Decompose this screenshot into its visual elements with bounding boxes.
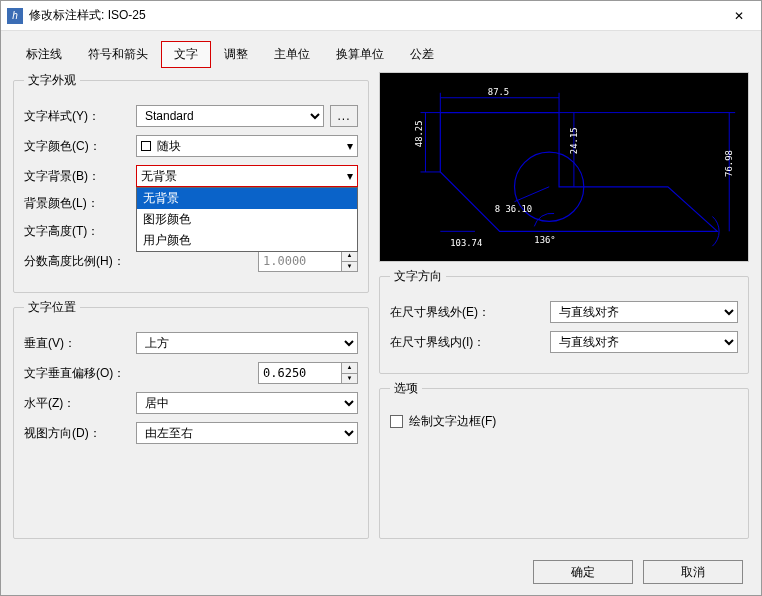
- dialog-window: h 修改标注样式: ISO-25 ✕ 标注线 符号和箭头 文字 调整 主单位 换…: [0, 0, 762, 596]
- label-outside: 在尺寸界线外(E)：: [390, 304, 550, 321]
- legend-direction: 文字方向: [390, 268, 446, 285]
- window-title: 修改标注样式: ISO-25: [29, 7, 716, 24]
- select-inside[interactable]: 与直线对齐: [550, 331, 738, 353]
- dropdown-list-bg: 无背景 图形颜色 用户颜色: [136, 187, 358, 252]
- checkbox-box-icon: [390, 415, 403, 428]
- tab-alternate[interactable]: 换算单位: [323, 41, 397, 68]
- checkbox-frame[interactable]: 绘制文字边框(F): [390, 413, 502, 430]
- select-horizontal[interactable]: 居中: [136, 392, 358, 414]
- byblock-swatch-icon: [141, 141, 151, 151]
- close-button[interactable]: ✕: [716, 1, 761, 31]
- spin-up-icon[interactable]: ▲: [342, 363, 357, 374]
- option-user-color[interactable]: 用户颜色: [137, 230, 357, 251]
- label-horizontal: 水平(Z)：: [24, 395, 136, 412]
- svg-text:136°: 136°: [534, 235, 555, 245]
- label-vertical: 垂直(V)：: [24, 335, 136, 352]
- tab-text[interactable]: 文字: [161, 41, 211, 68]
- svg-line-14: [515, 187, 550, 202]
- spin-up-icon: ▲: [342, 251, 357, 262]
- svg-text:76.98: 76.98: [724, 150, 734, 177]
- svg-text:24.15: 24.15: [569, 127, 579, 154]
- svg-text:103.74: 103.74: [450, 238, 482, 248]
- label-viewdir: 视图方向(D)：: [24, 425, 136, 442]
- label-frac-height: 分数高度比例(H)：: [24, 253, 136, 270]
- select-vertical[interactable]: 上方: [136, 332, 358, 354]
- input-frac-height: [258, 250, 342, 272]
- svg-text:48.25: 48.25: [415, 120, 425, 147]
- tab-symbols[interactable]: 符号和箭头: [75, 41, 161, 68]
- select-viewdir[interactable]: 由左至右: [136, 422, 358, 444]
- select-outside[interactable]: 与直线对齐: [550, 301, 738, 323]
- option-drawing-color[interactable]: 图形颜色: [137, 209, 357, 230]
- spinner-offset[interactable]: ▲▼: [258, 362, 358, 384]
- ok-button[interactable]: 确定: [533, 560, 633, 584]
- legend-position: 文字位置: [24, 299, 80, 316]
- app-icon: h: [7, 8, 23, 24]
- tab-fit[interactable]: 调整: [211, 41, 261, 68]
- tab-tolerance[interactable]: 公差: [397, 41, 447, 68]
- legend-options: 选项: [390, 380, 422, 397]
- label-offset: 文字垂直偏移(O)：: [24, 365, 136, 382]
- legend-appearance: 文字外观: [24, 72, 80, 89]
- cancel-button[interactable]: 取消: [643, 560, 743, 584]
- tab-dimlines[interactable]: 标注线: [13, 41, 75, 68]
- select-text-color[interactable]: 随块 ▾: [136, 135, 358, 157]
- label-text-style: 文字样式(Y)：: [24, 108, 136, 125]
- spin-down-icon[interactable]: ▼: [342, 374, 357, 384]
- chevron-down-icon: ▾: [347, 139, 353, 153]
- preview-panel: 87.5 48.25 24.15 76.98 8 36.10: [379, 72, 749, 262]
- footer: 确定 取消: [1, 549, 761, 595]
- svg-text:87.5: 87.5: [488, 87, 509, 97]
- label-text-height: 文字高度(T)：: [24, 223, 136, 240]
- spinner-frac-height: ▲▼: [258, 250, 358, 272]
- svg-text:8 36.10: 8 36.10: [495, 204, 532, 214]
- spin-down-icon: ▼: [342, 262, 357, 272]
- label-inside: 在尺寸界线内(I)：: [390, 334, 550, 351]
- label-text-color: 文字颜色(C)：: [24, 138, 136, 155]
- select-text-bg[interactable]: 无背景 ▾: [136, 165, 358, 187]
- chevron-down-icon: ▾: [347, 169, 353, 183]
- titlebar: h 修改标注样式: ISO-25 ✕: [1, 1, 761, 31]
- preview-drawing: 87.5 48.25 24.15 76.98 8 36.10: [380, 73, 748, 261]
- group-direction: 文字方向 在尺寸界线外(E)： 与直线对齐 在尺寸界线内(I)： 与直线对齐: [379, 268, 749, 374]
- select-text-style[interactable]: Standard: [136, 105, 324, 127]
- group-appearance: 文字外观 文字样式(Y)： Standard ... 文字颜色(C)： 随块: [13, 72, 369, 293]
- option-no-bg[interactable]: 无背景: [137, 188, 357, 209]
- checkbox-frame-label: 绘制文字边框(F): [409, 413, 496, 430]
- content-area: 文字外观 文字样式(Y)： Standard ... 文字颜色(C)： 随块: [1, 68, 761, 549]
- input-offset[interactable]: [258, 362, 342, 384]
- tab-strip: 标注线 符号和箭头 文字 调整 主单位 换算单位 公差: [1, 31, 761, 68]
- group-position: 文字位置 垂直(V)： 上方 文字垂直偏移(O)： ▲▼: [13, 299, 369, 539]
- close-icon: ✕: [734, 9, 744, 23]
- label-bg-color: 背景颜色(L)：: [24, 195, 136, 212]
- label-text-bg: 文字背景(B)：: [24, 168, 136, 185]
- group-options: 选项 绘制文字边框(F): [379, 380, 749, 539]
- tab-primary[interactable]: 主单位: [261, 41, 323, 68]
- browse-style-button[interactable]: ...: [330, 105, 358, 127]
